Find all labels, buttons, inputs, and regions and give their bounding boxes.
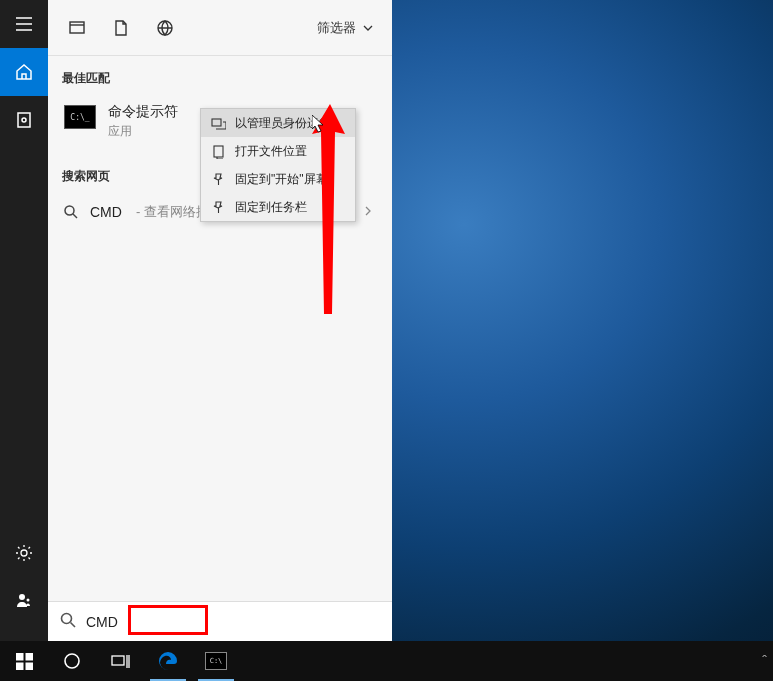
svg-point-8	[62, 613, 72, 623]
result-title: 命令提示符	[108, 103, 178, 121]
svg-rect-0	[18, 113, 30, 127]
cortana-button[interactable]	[48, 641, 96, 681]
folder-icon	[209, 142, 227, 160]
edge-taskbar-button[interactable]	[144, 641, 192, 681]
search-panel: 筛选器 最佳匹配 C:\_ 命令提示符 应用 搜索网页 CMD - 查看网络搜	[48, 0, 392, 641]
svg-rect-14	[25, 662, 33, 670]
result-text: 命令提示符 应用	[108, 103, 178, 140]
menu-label: 以管理员身份运行	[235, 115, 331, 132]
svg-rect-11	[16, 653, 24, 661]
menu-pin-to-taskbar[interactable]: 固定到任务栏	[201, 193, 355, 221]
search-bar[interactable]	[48, 601, 392, 641]
menu-label: 固定到"开始"屏幕	[235, 171, 328, 188]
admin-icon	[209, 114, 227, 132]
filter-button[interactable]: 筛选器	[307, 13, 384, 43]
best-match-title: 最佳匹配	[62, 70, 380, 87]
svg-point-3	[19, 594, 25, 600]
system-tray[interactable]: ˆ	[762, 653, 773, 669]
svg-rect-5	[70, 22, 84, 33]
user-rail-button[interactable]	[0, 577, 48, 625]
cmd-taskbar-button[interactable]: C:\	[192, 641, 240, 681]
svg-rect-12	[25, 653, 33, 661]
documents-rail-button[interactable]	[0, 96, 48, 144]
context-menu: 以管理员身份运行 打开文件位置 固定到"开始"屏幕 固定到任务栏	[200, 108, 356, 222]
task-view-button[interactable]	[96, 641, 144, 681]
svg-rect-13	[16, 662, 24, 670]
tray-chevron-icon[interactable]: ˆ	[762, 653, 767, 669]
pin-taskbar-icon	[209, 198, 227, 216]
cmd-icon: C:\_	[64, 105, 96, 129]
web-scope-icon[interactable]	[144, 8, 186, 48]
menu-run-as-admin[interactable]: 以管理员身份运行	[201, 109, 355, 137]
app-scope-icon[interactable]	[56, 8, 98, 48]
web-query: CMD	[90, 204, 122, 220]
svg-point-1	[22, 118, 26, 122]
documents-scope-icon[interactable]	[100, 8, 142, 48]
hamburger-button[interactable]	[0, 0, 48, 48]
svg-rect-16	[112, 656, 124, 665]
start-button[interactable]	[0, 641, 48, 681]
svg-rect-10	[214, 146, 223, 157]
svg-point-7	[65, 206, 74, 215]
svg-rect-9	[212, 119, 221, 126]
search-input[interactable]	[86, 614, 380, 630]
menu-pin-to-start[interactable]: 固定到"开始"屏幕	[201, 165, 355, 193]
settings-rail-button[interactable]	[0, 529, 48, 577]
panel-top-bar: 筛选器	[48, 0, 392, 56]
home-button[interactable]	[0, 48, 48, 96]
chevron-right-icon	[362, 203, 378, 221]
result-subtitle: 应用	[108, 123, 178, 140]
menu-label: 固定到任务栏	[235, 199, 307, 216]
menu-open-file-location[interactable]: 打开文件位置	[201, 137, 355, 165]
web-hint: - 查看网络搜	[136, 203, 209, 221]
filter-label: 筛选器	[317, 19, 356, 37]
search-icon	[62, 205, 80, 219]
taskbar: C:\ ˆ	[0, 641, 773, 681]
search-icon	[60, 612, 76, 632]
svg-point-2	[21, 550, 27, 556]
svg-point-15	[65, 654, 79, 668]
start-left-rail	[0, 0, 48, 641]
pin-start-icon	[209, 170, 227, 188]
svg-point-4	[27, 599, 30, 602]
menu-label: 打开文件位置	[235, 143, 307, 160]
chevron-down-icon	[362, 22, 374, 34]
